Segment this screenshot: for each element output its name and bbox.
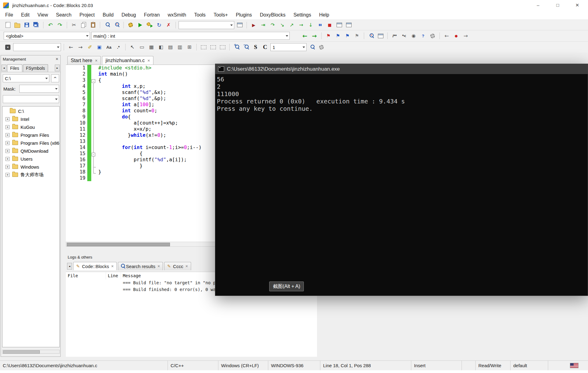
chevron-down-icon[interactable]: [301, 43, 306, 51]
zoom-out-icon[interactable]: [242, 43, 250, 51]
tree-item[interactable]: +Program Files (x86): [2, 139, 59, 147]
jump-forward-icon[interactable]: →: [310, 32, 318, 40]
menu-tools[interactable]: Tools+: [209, 10, 232, 20]
line-combo[interactable]: 1: [270, 43, 307, 51]
sizer-frame-1-icon[interactable]: [199, 43, 208, 51]
console-output[interactable]: 562111000Process returned 0 (0x0) execut…: [215, 74, 588, 296]
close-tab-icon[interactable]: ×: [95, 58, 97, 63]
close-tab-icon[interactable]: ×: [185, 264, 188, 269]
wxsmith-pointer-icon[interactable]: ↖: [128, 43, 137, 51]
step-into-icon[interactable]: ↘: [278, 21, 286, 29]
menu-fortran[interactable]: Fortran: [140, 10, 164, 20]
console-window[interactable]: C:\Users\86132\Documents\jinzhizhuanhuan…: [215, 64, 588, 296]
tree-horizontal-scrollbar[interactable]: [2, 350, 60, 354]
expand-icon[interactable]: +: [6, 157, 9, 161]
tree-item[interactable]: +KuGou: [2, 123, 59, 131]
paste-icon[interactable]: [89, 21, 97, 29]
fold-marker-icon[interactable]: -: [92, 79, 95, 83]
select-target-icon[interactable]: [236, 21, 244, 29]
folder-up-button[interactable]: ^: [51, 74, 59, 82]
build-target-combo[interactable]: [179, 21, 234, 29]
tree-item[interactable]: +鲁大师市场: [2, 171, 59, 179]
save-icon[interactable]: [23, 21, 31, 29]
maximize-button[interactable]: □: [555, 2, 560, 8]
editor-tab[interactable]: Start here×: [67, 56, 101, 65]
next-instruction-icon[interactable]: →: [297, 21, 305, 29]
management-tab-files[interactable]: Files: [7, 64, 22, 72]
tree-item[interactable]: +QMDownload: [2, 147, 59, 155]
build-and-run-icon[interactable]: [145, 21, 154, 29]
logs-tab[interactable]: Search results×: [118, 262, 163, 270]
compile-icon[interactable]: [126, 21, 135, 29]
search-combo[interactable]: [13, 43, 61, 51]
chevron-down-icon[interactable]: [284, 32, 289, 39]
tree-item[interactable]: +Users: [2, 155, 59, 163]
expand-icon[interactable]: +: [6, 133, 9, 137]
chevron-down-icon[interactable]: [54, 85, 59, 92]
highlight-occurrences-icon[interactable]: ✐: [86, 43, 94, 51]
zoom-in-icon[interactable]: [232, 43, 241, 51]
step-into-instruction-icon[interactable]: ↓: [307, 21, 315, 29]
abort-build-icon[interactable]: ✗: [164, 21, 173, 29]
selected-text-only-icon[interactable]: ▣: [95, 43, 104, 51]
various-info-icon[interactable]: [345, 21, 353, 29]
cut-icon[interactable]: ✂: [70, 21, 78, 29]
run-to-cursor-icon[interactable]: ⇥: [259, 21, 267, 29]
chevron-down-icon[interactable]: [85, 32, 90, 39]
doxy-block-comment-icon[interactable]: /**: [390, 32, 399, 40]
redo-icon[interactable]: ↷: [56, 21, 64, 29]
debug-continue-icon[interactable]: ▶: [250, 21, 258, 29]
stop-debugger-icon[interactable]: ■: [326, 21, 334, 29]
minimize-button[interactable]: –: [535, 2, 541, 8]
close-button[interactable]: ✕: [575, 2, 580, 8]
doxy-help-icon[interactable]: ?: [419, 32, 427, 40]
thread-search-icon[interactable]: [367, 32, 375, 40]
doxy-line-comment-icon[interactable]: *<: [400, 32, 408, 40]
fold-marker-icon[interactable]: -: [92, 153, 95, 156]
tabs-scroll-right-icon[interactable]: ▸: [55, 65, 60, 71]
open-file-icon[interactable]: [13, 21, 21, 29]
title-bar[interactable]: jinzhizhuanhuan.c - Code::Blocks 20.03 –…: [0, 0, 588, 10]
search-next-icon[interactable]: →: [76, 43, 85, 51]
tabs-scroll-left-icon[interactable]: ◂: [67, 263, 72, 270]
tree-item[interactable]: C:\: [2, 107, 59, 115]
logs-tab[interactable]: ✎Code::Blocks×: [73, 262, 117, 270]
scrollbar-thumb[interactable]: [3, 350, 40, 354]
wxsmith-grid-icon[interactable]: ▦: [147, 43, 156, 51]
copy-icon[interactable]: [79, 21, 88, 29]
break-debugger-icon[interactable]: ▮▮: [316, 21, 324, 29]
expand-icon[interactable]: +: [6, 141, 9, 145]
close-tab-icon[interactable]: ×: [111, 264, 114, 269]
scope-combo[interactable]: <global>: [4, 32, 90, 40]
chevron-down-icon[interactable]: [54, 95, 59, 103]
menu-build[interactable]: Build: [99, 10, 118, 20]
debugging-windows-icon[interactable]: [335, 21, 343, 29]
wxsmith-split-icon[interactable]: ◧: [157, 43, 165, 51]
chevron-down-icon[interactable]: [55, 43, 61, 51]
swap-header-source-icon[interactable]: S: [251, 43, 260, 51]
close-panel-icon[interactable]: ✕: [55, 57, 58, 61]
menu-help[interactable]: Help: [315, 10, 333, 20]
sizer-frame-3-icon[interactable]: [218, 43, 227, 51]
expand-icon[interactable]: +: [6, 165, 9, 169]
new-file-icon[interactable]: [4, 21, 12, 29]
doxy-preview-icon[interactable]: ◉: [409, 32, 418, 40]
undo-icon[interactable]: ↶: [46, 21, 55, 29]
toggle-bookmark-icon[interactable]: ⚑: [324, 32, 333, 40]
c-symbol-icon[interactable]: C: [261, 43, 269, 51]
tabs-scroll-left-icon[interactable]: ◂: [2, 65, 6, 71]
logs-tab[interactable]: ✎Cccc×: [164, 262, 191, 270]
close-tab-icon[interactable]: ×: [157, 264, 160, 269]
run-icon[interactable]: [136, 21, 144, 29]
menu-project[interactable]: Project: [75, 10, 99, 20]
prev-bookmark-icon[interactable]: ⚑: [334, 32, 342, 40]
menu-plugins[interactable]: Plugins: [232, 10, 256, 20]
editor-tab[interactable]: jinzhizhuanhuan.c×: [102, 56, 153, 65]
doxy-config-icon[interactable]: [428, 32, 437, 40]
menu-view[interactable]: View: [33, 10, 52, 20]
inc-search-prev-icon[interactable]: ←: [443, 32, 451, 40]
step-out-icon[interactable]: ↗: [288, 21, 296, 29]
path-combo[interactable]: C:\: [3, 74, 49, 82]
mask-combo[interactable]: [19, 85, 59, 93]
expand-icon[interactable]: +: [6, 149, 9, 153]
